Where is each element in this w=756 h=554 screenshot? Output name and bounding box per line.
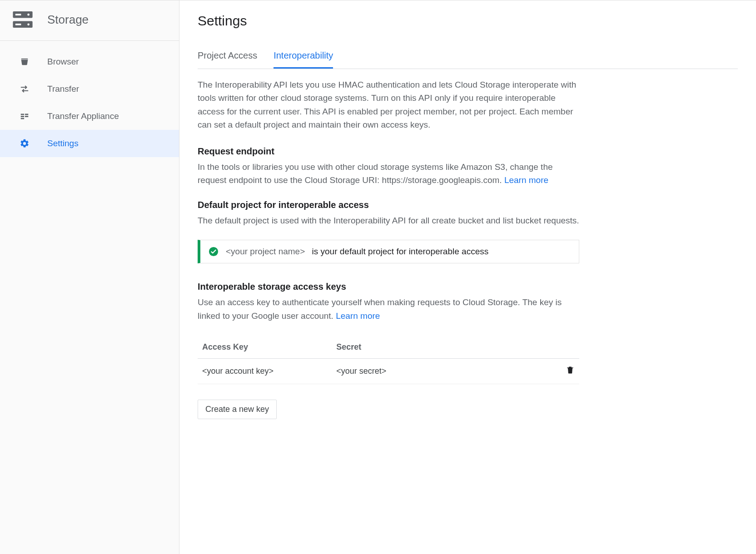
banner-text: <your project name> is your default proj… [226, 247, 488, 257]
access-keys-heading: Interoperable storage access keys [198, 282, 579, 292]
access-keys-text: Use an access key to authenticate yourse… [198, 296, 579, 322]
sidebar-item-label: Browser [47, 57, 79, 67]
check-circle-icon [209, 247, 219, 257]
sidebar-nav: Browser Transfer Transfer Appliance Sett… [0, 41, 179, 157]
request-endpoint-learn-more-link[interactable]: Learn more [504, 175, 548, 185]
default-project-banner: <your project name> is your default proj… [198, 240, 579, 263]
storage-product-icon [13, 11, 33, 28]
sidebar-header: Storage [0, 0, 179, 41]
sidebar-item-settings[interactable]: Settings [0, 130, 179, 157]
table-row: <your account key> <your secret> [198, 359, 579, 384]
svg-rect-8 [21, 116, 24, 117]
col-header-secret: Secret [336, 342, 557, 352]
request-endpoint-heading: Request endpoint [198, 146, 579, 157]
svg-rect-5 [15, 24, 21, 25]
sidebar-item-transfer-appliance[interactable]: Transfer Appliance [0, 103, 179, 130]
access-keys-table: Access Key Secret <your account key> <yo… [198, 335, 579, 384]
col-header-access-key: Access Key [202, 342, 336, 352]
table-header: Access Key Secret [198, 335, 579, 359]
transfer-icon [18, 83, 31, 95]
default-project-heading: Default project for interoperable access [198, 200, 579, 210]
main-content: Settings Project Access Interoperability… [179, 0, 756, 554]
sidebar-item-browser[interactable]: Browser [0, 48, 179, 75]
interop-content: The Interoperability API lets you use HM… [198, 78, 579, 419]
svg-point-3 [27, 23, 30, 25]
sidebar-item-transfer[interactable]: Transfer [0, 75, 179, 103]
interop-intro: The Interoperability API lets you use HM… [198, 78, 579, 132]
cell-access-key: <your account key> [202, 366, 336, 376]
sidebar-item-label: Transfer Appliance [47, 111, 119, 121]
request-endpoint-text: In the tools or libraries you use with o… [198, 160, 579, 187]
svg-rect-4 [15, 14, 21, 15]
tab-interoperability[interactable]: Interoperability [274, 50, 333, 69]
banner-project-name: <your project name> [226, 247, 305, 256]
svg-rect-9 [25, 116, 28, 117]
svg-rect-7 [25, 114, 28, 115]
page-title: Settings [198, 13, 738, 29]
request-endpoint-body: In the tools or libraries you use with o… [198, 162, 553, 185]
bucket-icon [18, 55, 31, 68]
tabs: Project Access Interoperability [198, 50, 738, 69]
product-title: Storage [47, 13, 89, 27]
svg-point-2 [27, 14, 30, 16]
gear-icon [18, 137, 31, 150]
create-new-key-button[interactable]: Create a new key [198, 400, 277, 419]
sidebar: Storage Browser Transfer Transfer Applia… [0, 0, 179, 554]
banner-suffix: is your default project for interoperabl… [312, 247, 489, 256]
appliance-icon [18, 110, 31, 123]
cell-secret: <your secret> [336, 366, 557, 376]
svg-rect-10 [21, 118, 24, 119]
tab-project-access[interactable]: Project Access [198, 50, 257, 69]
sidebar-item-label: Transfer [47, 84, 79, 94]
access-keys-learn-more-link[interactable]: Learn more [336, 311, 380, 321]
sidebar-item-label: Settings [47, 138, 79, 148]
default-project-text: The default project is used with the Int… [198, 214, 579, 227]
delete-key-icon[interactable] [566, 365, 575, 375]
svg-rect-6 [21, 114, 24, 115]
